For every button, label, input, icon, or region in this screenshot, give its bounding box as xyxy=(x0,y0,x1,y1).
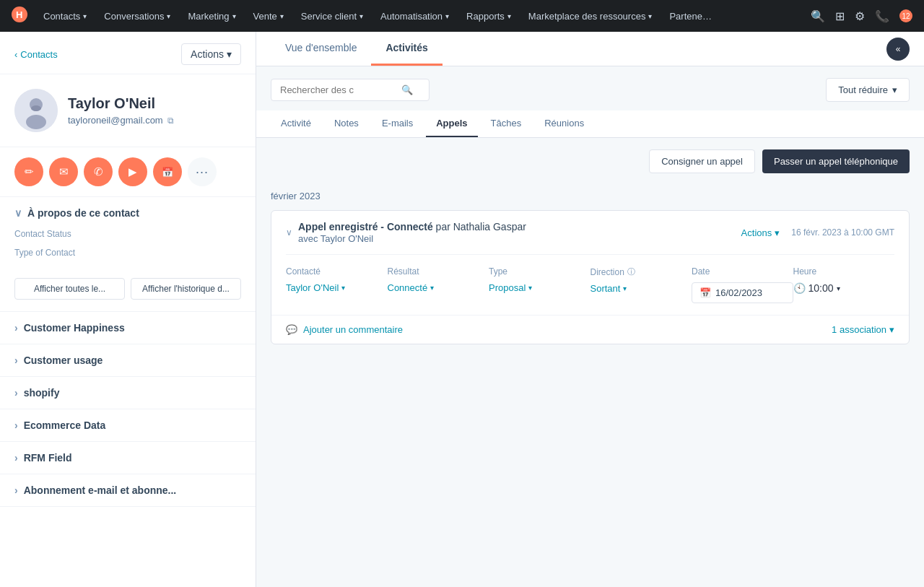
association-link[interactable]: 1 association ▾ xyxy=(832,324,894,335)
contacte-value[interactable]: Taylor O'Neil ▾ xyxy=(286,282,388,293)
add-comment-button[interactable]: 💬 Ajouter un commentaire xyxy=(286,324,403,335)
type-field: Type Proposal ▾ xyxy=(489,266,590,303)
search-box: 🔍 xyxy=(271,79,430,101)
direction-value[interactable]: Sortant ▾ xyxy=(590,283,692,294)
nav-contacts[interactable]: Contacts ▾ xyxy=(36,6,94,26)
chevron-down-icon[interactable]: ∨ xyxy=(286,227,292,238)
subscriptions-header[interactable]: › Abonnement e-mail et abonne... xyxy=(0,474,256,506)
more-button[interactable]: ··· xyxy=(188,157,217,186)
video-button[interactable]: ▶ xyxy=(118,157,147,186)
top-navigation: H Contacts ▾ Conversations ▾ Marketing ▾… xyxy=(0,0,924,32)
chevron-down-icon: ▾ xyxy=(775,227,780,238)
chevron-down-icon: ▾ xyxy=(280,12,284,20)
resultat-value[interactable]: Connecté ▾ xyxy=(388,282,489,293)
heure-label: Heure xyxy=(793,266,895,277)
tab-reunions[interactable]: Réunions xyxy=(534,110,594,137)
sidebar: ‹ Contacts Actions ▾ xyxy=(0,32,256,587)
about-section-header[interactable]: ∨ À propos de ce contact xyxy=(0,197,256,229)
nav-service[interactable]: Service client ▾ xyxy=(294,6,370,26)
type-of-contact-field: Type of Contact xyxy=(14,248,241,258)
apps-icon[interactable]: ⊞ xyxy=(835,9,845,23)
contact-status-field: Contact Status xyxy=(14,229,241,239)
main-tab-bar: Vue d'ensemble Activités « xyxy=(256,32,924,66)
nav-partners[interactable]: Partene… xyxy=(662,6,719,26)
comment-row: 💬 Ajouter un commentaire 1 association ▾ xyxy=(271,315,909,344)
call-record-header: ∨ Appel enregistré - Connecté par Nathal… xyxy=(271,211,909,254)
nav-conversations[interactable]: Conversations ▾ xyxy=(97,6,178,26)
type-value[interactable]: Proposal ▾ xyxy=(489,282,590,293)
chevron-down-icon: ▾ xyxy=(430,284,434,292)
nav-vente[interactable]: Vente ▾ xyxy=(246,6,291,26)
sidebar-header: ‹ Contacts Actions ▾ xyxy=(0,32,256,74)
chevron-down-icon: ▾ xyxy=(648,12,652,20)
phone-button[interactable]: ✆ xyxy=(84,157,113,186)
about-content: Contact Status Type of Contact xyxy=(0,229,256,278)
customer-happiness-header[interactable]: › Customer Happiness xyxy=(0,312,256,344)
tab-activities[interactable]: Activités xyxy=(371,32,442,66)
rfm-header[interactable]: › RFM Field xyxy=(0,442,256,474)
chevron-right-icon: › xyxy=(14,387,18,399)
chevron-right-icon: › xyxy=(14,484,18,496)
phone-icon[interactable]: 📞 xyxy=(875,9,889,23)
search-input[interactable] xyxy=(280,84,396,95)
chevron-down-icon: ∨ xyxy=(14,207,22,219)
shopify-header[interactable]: › shopify xyxy=(0,377,256,409)
tab-emails[interactable]: E-mails xyxy=(372,110,423,137)
call-action-buttons: Consigner un appel Passer un appel télép… xyxy=(256,138,924,185)
heure-value[interactable]: 🕙 10:00 ▾ xyxy=(793,282,895,294)
call-details: Contacté Taylor O'Neil ▾ Résultat Connec… xyxy=(271,254,909,315)
comment-icon: 💬 xyxy=(286,324,297,335)
tab-overview[interactable]: Vue d'ensemble xyxy=(271,32,371,66)
customer-usage-section: › Customer usage xyxy=(0,344,256,377)
call-actions-button[interactable]: Actions ▾ xyxy=(741,227,780,238)
chevron-down-icon: ▾ xyxy=(889,324,894,335)
call-record-header-right: Actions ▾ 16 févr. 2023 à 10:00 GMT xyxy=(741,227,894,238)
date-input[interactable]: 📅 16/02/2023 xyxy=(692,282,793,303)
nav-marketplace[interactable]: Marketplace des ressources ▾ xyxy=(521,6,660,26)
chevron-down-icon: ▾ xyxy=(892,84,897,95)
show-history-button[interactable]: Afficher l'historique d... xyxy=(131,278,241,300)
contact-email: tayloroneil@gmail.com ⧉ xyxy=(68,115,174,126)
customer-usage-header[interactable]: › Customer usage xyxy=(0,344,256,376)
heure-field: Heure 🕙 10:00 ▾ xyxy=(793,266,895,303)
tab-activite[interactable]: Activité xyxy=(271,110,321,137)
nav-marketing[interactable]: Marketing ▾ xyxy=(180,6,243,26)
contact-name: Taylor O'Neil xyxy=(68,95,174,112)
copy-icon[interactable]: ⧉ xyxy=(167,116,174,126)
contact-profile: Taylor O'Neil tayloroneil@gmail.com ⧉ xyxy=(0,74,256,147)
settings-icon[interactable]: ⚙ xyxy=(855,9,865,23)
hubspot-logo: H xyxy=(12,6,27,26)
chevron-down-icon: ▾ xyxy=(359,12,363,20)
nav-rapports[interactable]: Rapports ▾ xyxy=(459,6,518,26)
make-call-button[interactable]: Passer un appel téléphonique xyxy=(762,149,910,173)
ecommerce-header[interactable]: › Ecommerce Data xyxy=(0,409,256,441)
main-content: Vue d'ensemble Activités « 🔍 Tout réduir… xyxy=(256,32,924,587)
contact-info: Taylor O'Neil tayloroneil@gmail.com ⧉ xyxy=(68,95,174,126)
tab-appels[interactable]: Appels xyxy=(426,110,477,137)
tab-taches[interactable]: Tâches xyxy=(481,110,532,137)
notification-badge[interactable]: 12 xyxy=(899,9,912,22)
nav-automatisation[interactable]: Automatisation ▾ xyxy=(373,6,456,26)
nav-icons: 🔍 ⊞ ⚙ 📞 12 xyxy=(811,9,912,23)
collapse-all-button[interactable]: Tout réduire ▾ xyxy=(826,78,910,102)
back-to-contacts[interactable]: ‹ Contacts xyxy=(14,49,58,60)
about-buttons: Afficher toutes le... Afficher l'histori… xyxy=(0,278,256,311)
tab-notes[interactable]: Notes xyxy=(324,110,369,137)
show-all-button[interactable]: Afficher toutes le... xyxy=(14,278,125,300)
svg-point-5 xyxy=(31,105,41,111)
log-call-button[interactable]: Consigner un appel xyxy=(649,149,755,173)
chevron-down-icon: ▾ xyxy=(623,284,627,292)
chevron-right-icon: › xyxy=(14,452,18,464)
calendar-button[interactable]: 📅 xyxy=(153,157,182,186)
date-separator: février 2023 xyxy=(256,185,924,210)
action-buttons: ✏ ✉ ✆ ▶ 📅 ··· xyxy=(0,147,256,197)
edit-button[interactable]: ✏ xyxy=(14,157,43,186)
collapse-panel-button[interactable]: « xyxy=(886,38,910,61)
chevron-down-icon: ▾ xyxy=(227,48,232,60)
email-button[interactable]: ✉ xyxy=(49,157,78,186)
search-icon[interactable]: 🔍 xyxy=(811,9,825,23)
actions-button[interactable]: Actions ▾ xyxy=(181,43,241,65)
chevron-down-icon: ▾ xyxy=(83,12,87,20)
svg-point-4 xyxy=(26,115,46,129)
date-field: Date 📅 16/02/2023 xyxy=(692,266,793,303)
